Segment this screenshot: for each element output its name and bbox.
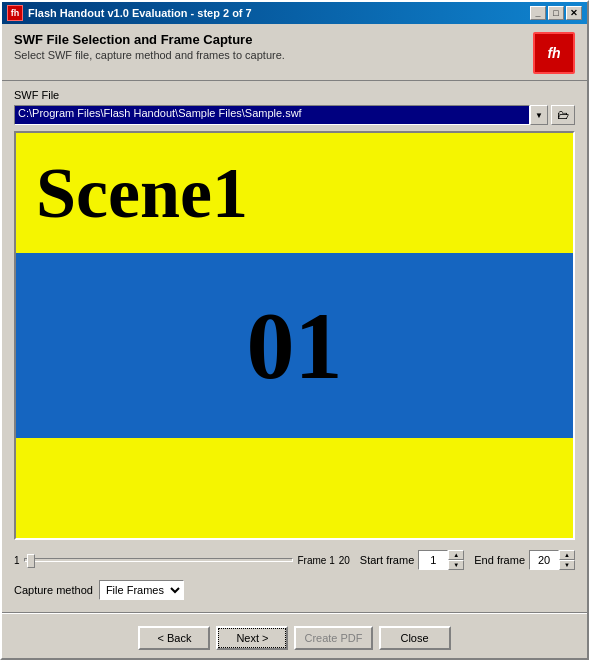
file-row: C:\Program Files\Flash Handout\Sample Fi…	[14, 105, 575, 125]
window-title: Flash Handout v1.0 Evaluation - step 2 o…	[28, 7, 252, 19]
next-button[interactable]: Next >	[216, 626, 288, 650]
slider-max-label: 20	[339, 555, 350, 566]
back-button[interactable]: < Back	[138, 626, 210, 650]
slider-current-label: Frame 1	[297, 555, 334, 566]
close-window-button[interactable]: ✕	[566, 6, 582, 20]
minimize-button[interactable]: _	[530, 6, 546, 20]
end-frame-up-button[interactable]: ▲	[559, 550, 575, 560]
header-subtitle: Select SWF file, capture method and fram…	[14, 49, 285, 61]
create-pdf-button[interactable]: Create PDF	[294, 626, 372, 650]
start-frame-spinner: ▲ ▼	[418, 550, 464, 570]
header-text: SWF File Selection and Frame Capture Sel…	[14, 32, 285, 61]
slider-min-label: 1	[14, 555, 20, 566]
capture-method-select[interactable]: File Frames Manual All Frames	[99, 580, 184, 600]
slider-container: 1 Frame 1 20	[14, 555, 350, 566]
main-content: SWF File C:\Program Files\Flash Handout\…	[2, 81, 587, 612]
preview-container: Scene1 01	[14, 131, 575, 540]
controls-row: 1 Frame 1 20 Start frame ▲ ▼ End f	[14, 546, 575, 574]
start-frame-spinner-buttons: ▲ ▼	[448, 550, 464, 570]
end-frame-spinner-buttons: ▲ ▼	[559, 550, 575, 570]
app-icon: fh	[7, 5, 23, 21]
main-window: fh Flash Handout v1.0 Evaluation - step …	[0, 0, 589, 660]
logo-text: fh	[547, 45, 560, 61]
end-frame-down-button[interactable]: ▼	[559, 560, 575, 570]
preview-top: Scene1	[16, 133, 573, 253]
header-title: SWF File Selection and Frame Capture	[14, 32, 285, 47]
swf-file-label: SWF File	[14, 89, 575, 101]
preview-middle: 01	[16, 253, 573, 438]
capture-method-select-wrapper: File Frames Manual All Frames	[99, 580, 184, 600]
title-bar-left: fh Flash Handout v1.0 Evaluation - step …	[7, 5, 252, 21]
preview-frame-number: 01	[247, 290, 343, 401]
end-frame-input[interactable]	[529, 550, 559, 570]
end-frame-control: End frame ▲ ▼	[474, 550, 575, 570]
slider-thumb[interactable]	[27, 554, 35, 568]
folder-icon: 🗁	[557, 108, 569, 122]
header-panel: SWF File Selection and Frame Capture Sel…	[2, 24, 587, 81]
end-frame-spinner: ▲ ▼	[529, 550, 575, 570]
browse-folder-button[interactable]: 🗁	[551, 105, 575, 125]
file-path-display[interactable]: C:\Program Files\Flash Handout\Sample Fi…	[14, 105, 530, 125]
preview-scene-text: Scene1	[36, 152, 248, 235]
button-row: < Back Next > Create PDF Close	[2, 618, 587, 658]
dropdown-arrow-icon: ▼	[535, 111, 543, 120]
start-frame-input[interactable]	[418, 550, 448, 570]
frame-slider[interactable]	[24, 558, 294, 562]
bottom-separator	[2, 612, 587, 614]
end-frame-label: End frame	[474, 554, 525, 566]
close-button[interactable]: Close	[379, 626, 451, 650]
title-bar-buttons: _ □ ✕	[530, 6, 582, 20]
title-bar: fh Flash Handout v1.0 Evaluation - step …	[2, 2, 587, 24]
swf-file-group: SWF File C:\Program Files\Flash Handout\…	[14, 89, 575, 125]
maximize-button[interactable]: □	[548, 6, 564, 20]
capture-method-label: Capture method	[14, 584, 93, 596]
header-logo: fh	[533, 32, 575, 74]
file-dropdown-button[interactable]: ▼	[530, 105, 548, 125]
start-frame-up-button[interactable]: ▲	[448, 550, 464, 560]
capture-method-row: Capture method File Frames Manual All Fr…	[14, 580, 575, 604]
file-input-wrapper: C:\Program Files\Flash Handout\Sample Fi…	[14, 105, 548, 125]
start-frame-control: Start frame ▲ ▼	[360, 550, 464, 570]
start-frame-down-button[interactable]: ▼	[448, 560, 464, 570]
preview-bottom	[16, 438, 573, 538]
start-frame-label: Start frame	[360, 554, 414, 566]
